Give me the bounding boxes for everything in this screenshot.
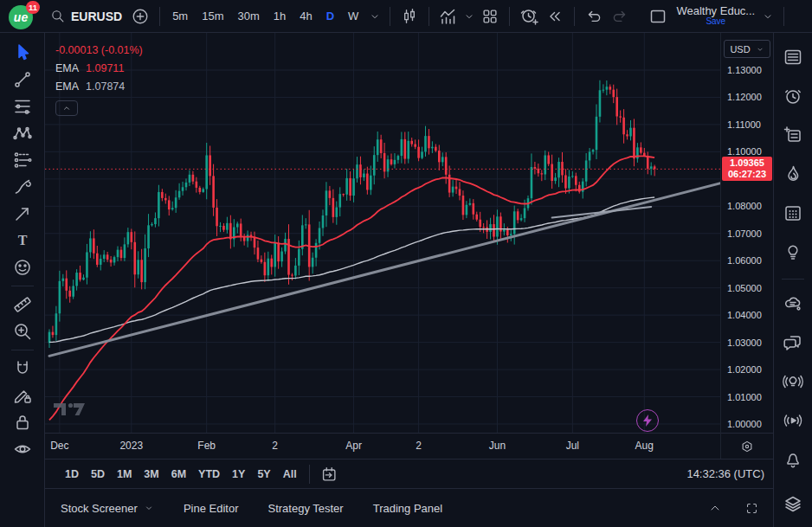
price-axis-label: 1.10000 (727, 146, 762, 157)
chart-style-button[interactable] (396, 3, 422, 29)
layout-grid-button[interactable] (477, 3, 503, 29)
create-alert-button[interactable] (516, 3, 542, 29)
top-toolbar: ue 11 EURUSD 5m 15m 30m 1h 4h D W (0, 0, 812, 33)
range-5y[interactable]: 5Y (251, 466, 276, 483)
price-change: -0.00013 (-0.01%) (55, 42, 143, 60)
range-all[interactable]: All (277, 466, 303, 483)
chart-plot[interactable] (45, 33, 720, 433)
tool-notes-plus[interactable] (778, 121, 808, 149)
indicators-menu-button[interactable] (461, 3, 477, 29)
tool-drawing-mode[interactable] (8, 382, 37, 408)
interval-1w[interactable]: W (342, 6, 364, 26)
tool-zoom-in[interactable] (8, 318, 37, 344)
tool-hotlists[interactable] (778, 160, 808, 188)
tool-lock-all[interactable] (8, 409, 37, 435)
legend-collapse-button[interactable] (55, 100, 78, 116)
range-ytd[interactable]: YTD (192, 466, 226, 483)
layout-save-button[interactable]: Wealthy Educ... Save (673, 6, 758, 27)
currency-dropdown[interactable]: USD (724, 40, 770, 58)
undo-button[interactable] (581, 3, 607, 29)
tool-brush[interactable] (8, 174, 37, 200)
tool-notifications[interactable] (778, 446, 808, 473)
events-lightning-button[interactable] (636, 409, 659, 432)
tool-ideas[interactable] (778, 238, 808, 266)
range-1d[interactable]: 1D (59, 466, 85, 483)
tool-cursor[interactable] (8, 40, 37, 66)
plus-circle-icon (131, 7, 150, 26)
symbol-search-button[interactable]: EURUSD (45, 9, 127, 23)
ema-fast-label: EMA (55, 60, 79, 78)
tool-hide-all[interactable] (8, 436, 37, 462)
go-to-date-button[interactable] (316, 461, 342, 487)
interval-group: 5m 15m 30m 1h 4h D W (166, 3, 383, 29)
interval-1h[interactable]: 1h (267, 6, 292, 26)
tool-arrow[interactable] (8, 201, 37, 227)
tool-emoji[interactable] (8, 254, 37, 280)
interval-15m[interactable]: 15m (196, 6, 229, 26)
gear-icon (739, 439, 755, 454)
time-axis-label: Apr (345, 440, 362, 452)
tool-trend-line[interactable] (8, 67, 37, 93)
tab-stock-screener[interactable]: Stock Screener (61, 502, 154, 515)
tab-trading-panel[interactable]: Trading Panel (373, 502, 442, 515)
interval-4h[interactable]: 4h (293, 6, 318, 26)
tab-label: Stock Screener (61, 502, 138, 515)
redo-button[interactable] (607, 3, 633, 29)
range-1m[interactable]: 1M (111, 466, 138, 483)
tool-object-tree[interactable] (778, 491, 808, 518)
server-clock: 14:32:36 (UTC) (686, 467, 764, 480)
tool-alerts[interactable] (778, 82, 808, 110)
hide-all-icon (12, 439, 33, 460)
range-5d[interactable]: 5D (85, 466, 111, 483)
tab-pine-editor[interactable]: Pine Editor (184, 502, 239, 515)
tool-magnet[interactable] (8, 356, 37, 382)
panel-collapse-button[interactable] (702, 495, 728, 521)
axis-settings-button[interactable] (737, 436, 757, 457)
layout-menu-button[interactable] (758, 3, 777, 29)
layout-select-button[interactable] (645, 3, 671, 29)
price-axis[interactable]: USD 1.130001.120001.110001.100001.080001… (720, 33, 773, 459)
tool-ruler[interactable] (8, 292, 37, 318)
drawing-toolbar: T (0, 33, 45, 527)
range-1y[interactable]: 1Y (226, 466, 251, 483)
drawing-mode-icon (12, 385, 33, 406)
toolbar-separator (574, 7, 575, 26)
lock-all-icon (12, 412, 33, 433)
account-logo-button[interactable]: ue 11 (7, 3, 36, 30)
ruler-icon (12, 294, 33, 315)
save-label: Save (706, 16, 725, 27)
tool-fib-retracement[interactable] (8, 93, 37, 119)
panel-maximize-button[interactable] (738, 495, 764, 521)
indicators-button[interactable] (435, 3, 461, 29)
bar-replay-button[interactable] (542, 3, 568, 29)
tool-watchlist[interactable] (778, 43, 808, 71)
magnet-icon (12, 358, 33, 379)
interval-30m[interactable]: 30m (231, 6, 265, 26)
interval-menu-button[interactable] (366, 3, 383, 29)
ema-slow-label: EMA (55, 78, 79, 96)
interval-1d[interactable]: D (320, 6, 340, 26)
price-axis-label: 1.11000 (727, 119, 761, 130)
interval-5m[interactable]: 5m (166, 6, 194, 26)
tool-streams[interactable] (778, 407, 808, 434)
range-3m[interactable]: 3M (138, 466, 164, 483)
time-axis[interactable]: Dec2023Feb2Apr2JunJulAug (45, 433, 720, 459)
price-axis-label: 1.03000 (727, 337, 762, 348)
bottom-toolbar: 1D 5D 1M 3M 6M YTD 1Y 5Y All 14:32:36 (U… (45, 459, 773, 488)
tool-live-ideas[interactable] (778, 368, 808, 395)
range-6m[interactable]: 6M (165, 466, 192, 483)
tool-calendar[interactable] (778, 199, 808, 227)
tool-chat[interactable] (778, 329, 808, 357)
tool-text[interactable]: T (8, 228, 37, 254)
tool-forecast[interactable] (8, 147, 37, 173)
tool-minds[interactable] (778, 290, 808, 318)
compare-add-button[interactable] (127, 3, 153, 29)
chevron-up-icon (61, 103, 72, 113)
chevron-down-icon (144, 503, 154, 513)
ema-slow-row[interactable]: EMA 1.07874 (55, 78, 143, 96)
tab-strategy-tester[interactable]: Strategy Tester (267, 502, 343, 515)
redo-icon (610, 7, 629, 26)
ema-fast-row[interactable]: EMA 1.09711 (55, 60, 143, 78)
calendar-icon (783, 202, 803, 223)
tool-xabcd-pattern[interactable] (8, 120, 37, 146)
